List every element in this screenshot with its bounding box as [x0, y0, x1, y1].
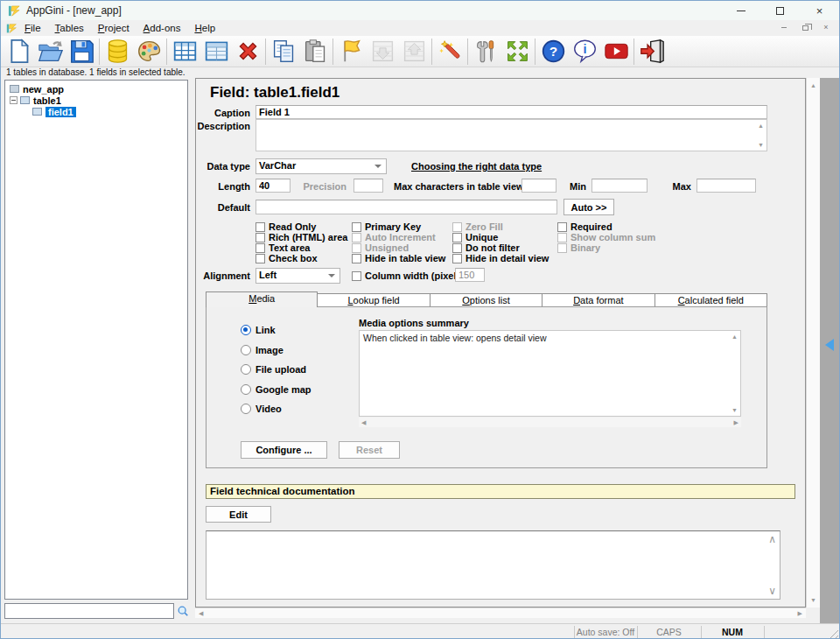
youtube-button[interactable]	[600, 37, 632, 67]
new-file-button[interactable]	[3, 37, 34, 67]
scroll-up-icon[interactable]: ▲	[810, 82, 816, 88]
tree-item-table[interactable]: table1	[5, 95, 187, 106]
mdi-close-button[interactable]: ×	[818, 22, 834, 33]
length-input[interactable]	[256, 179, 290, 193]
radio-video[interactable]: Video	[241, 403, 282, 414]
checkbox-check-box[interactable]: Check box	[256, 253, 318, 263]
checkbox-rich-html-area[interactable]: Rich (HTML) area	[256, 232, 347, 242]
scroll-down-icon[interactable]: ▼	[810, 597, 816, 603]
toolbar-separator	[265, 39, 266, 65]
min-input[interactable]	[592, 179, 648, 193]
tab-calculated-field[interactable]: Calculated field	[655, 293, 767, 307]
maximize-button[interactable]	[760, 1, 800, 20]
tree-item-field[interactable]: field1	[5, 106, 187, 117]
default-input[interactable]	[256, 200, 557, 214]
checkbox-read-only[interactable]: Read Only	[256, 221, 316, 232]
exit-button[interactable]	[636, 37, 668, 67]
table-properties-button[interactable]	[200, 37, 232, 67]
tree-search-input[interactable]	[4, 603, 174, 619]
table-icon	[172, 39, 198, 64]
configure-button[interactable]: Configure ...	[241, 441, 327, 459]
data-type-help-link[interactable]: Choosing the right data type	[411, 161, 542, 172]
mdi-minimize-icon	[781, 27, 787, 28]
main-horizontal-scrollbar[interactable]: ◀ ▶	[195, 607, 806, 618]
column-width-input[interactable]	[455, 268, 485, 282]
open-project-button[interactable]	[34, 37, 66, 67]
delete-button[interactable]	[232, 37, 263, 67]
caption-input[interactable]	[256, 105, 767, 119]
main-vertical-scrollbar[interactable]: ▲ ▼	[806, 78, 820, 607]
search-icon[interactable]	[177, 605, 189, 617]
tab-media[interactable]: Media	[206, 291, 318, 307]
collapse-expander-icon[interactable]	[10, 96, 18, 104]
help-button[interactable]: ?	[537, 37, 569, 67]
tree-item-app[interactable]: new_app	[5, 83, 187, 95]
description-textarea[interactable]: ▲ ▼	[256, 119, 767, 151]
scroll-right-icon[interactable]: ▶	[734, 419, 738, 425]
menu-addons[interactable]: Add-ons	[136, 21, 188, 35]
scroll-up-icon[interactable]: ▲	[758, 123, 764, 129]
mdi-minimize-button[interactable]	[776, 22, 792, 33]
checkbox-hide-in-table-view[interactable]: Hide in table view	[352, 253, 445, 263]
tab-lookup-field[interactable]: Lookup field	[318, 293, 430, 307]
tools-button[interactable]	[470, 37, 501, 67]
alignment-select[interactable]: Left	[256, 268, 340, 284]
checkbox-icon	[352, 222, 361, 232]
data-type-select[interactable]: VarChar	[256, 158, 387, 174]
menu-file[interactable]: File	[18, 21, 48, 35]
scroll-down-icon[interactable]: ▼	[758, 142, 764, 148]
checkbox-do-not-filter[interactable]: Do not filter	[452, 242, 520, 253]
toolbar-separator	[467, 39, 468, 65]
radio-image[interactable]: Image	[241, 344, 284, 355]
add-table-button[interactable]	[169, 37, 200, 67]
mdi-restore-button[interactable]	[797, 22, 813, 33]
save-button[interactable]	[66, 37, 97, 67]
max-chars-input[interactable]	[522, 179, 556, 193]
scroll-left-icon[interactable]: ◀	[199, 610, 203, 616]
checkbox-show-column-sum-disabled: Show column sum	[557, 232, 655, 242]
media-summary-textarea[interactable]: When clicked in table view: opens detail…	[359, 330, 741, 417]
auto-default-button[interactable]: Auto >>	[564, 199, 614, 215]
scroll-left-icon[interactable]: ◀	[361, 419, 366, 425]
checkbox-required[interactable]: Required	[557, 221, 612, 232]
database-button[interactable]	[102, 37, 133, 67]
radio-google-map[interactable]: Google map	[241, 383, 312, 395]
checkbox-unsigned-disabled: Unsigned	[352, 242, 409, 253]
chevron-up-icon[interactable]: ∧	[768, 533, 776, 545]
about-button[interactable]: i	[569, 37, 600, 67]
media-summary-hscrollbar[interactable]: ◀ ▶	[359, 418, 741, 427]
edit-documentation-button[interactable]: Edit	[206, 506, 271, 523]
close-button[interactable]: ×	[800, 1, 839, 20]
menu-project[interactable]: Project	[91, 21, 136, 35]
checkbox-column-width[interactable]: Column width (pixels)	[352, 270, 465, 281]
menu-tables[interactable]: Tables	[48, 21, 91, 35]
checkbox-unique[interactable]: Unique	[452, 232, 498, 242]
scroll-down-icon[interactable]: ▼	[732, 407, 738, 413]
precision-input[interactable]	[354, 179, 383, 193]
chevron-down-icon[interactable]: ∨	[768, 585, 776, 597]
radio-link[interactable]: Link	[241, 324, 276, 335]
checkbox-zero-fill-disabled: Zero Fill	[452, 221, 503, 232]
tab-options-list[interactable]: Options list	[430, 293, 542, 307]
radio-icon	[241, 364, 251, 375]
style-palette-button[interactable]	[133, 37, 164, 67]
copy-button[interactable]	[268, 37, 299, 67]
scroll-up-icon[interactable]: ▲	[732, 334, 738, 340]
expand-all-button[interactable]	[501, 37, 533, 67]
flag-button[interactable]	[335, 37, 367, 67]
documentation-textarea[interactable]: ∧ ∨	[206, 530, 780, 600]
checkbox-primary-key[interactable]: Primary Key	[352, 221, 421, 232]
tab-data-format[interactable]: Data format	[542, 293, 654, 307]
checkbox-hide-in-detail-view[interactable]: Hide in detail view	[452, 253, 549, 263]
paste-button[interactable]	[299, 37, 331, 67]
minimize-button[interactable]	[721, 1, 760, 20]
radio-file-upload[interactable]: File upload	[241, 363, 306, 375]
max-input[interactable]	[696, 179, 756, 193]
menu-help[interactable]: Help	[187, 21, 222, 35]
panel-collapse-arrow-icon[interactable]	[825, 339, 834, 351]
magic-wand-button[interactable]	[434, 37, 466, 67]
resize-grip[interactable]	[827, 628, 838, 639]
open-folder-icon	[38, 39, 63, 64]
checkbox-text-area[interactable]: Text area	[256, 242, 311, 253]
scroll-right-icon[interactable]: ▶	[798, 610, 802, 616]
